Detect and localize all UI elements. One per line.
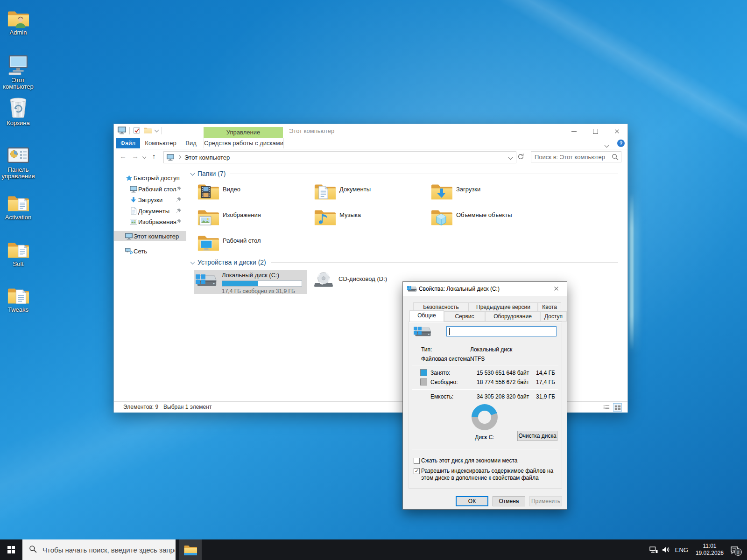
index-checkbox[interactable]: ✓ xyxy=(414,468,420,474)
folder-with-document-icon xyxy=(0,237,36,259)
taskbar-search-input[interactable] xyxy=(42,546,176,554)
customize-qat-dropdown-icon[interactable] xyxy=(155,127,159,132)
back-button[interactable]: ← xyxy=(120,152,127,160)
sidebar-item-label: Этот компьютер xyxy=(134,233,179,240)
tab-drive-tools[interactable]: Средства работы с дисками xyxy=(204,138,284,148)
tab-general[interactable]: Общие xyxy=(409,310,444,322)
desktop-icon-admin[interactable]: Admin xyxy=(0,6,36,36)
group-header-devices[interactable]: Устройства и диски (2) xyxy=(191,259,618,266)
folder-tile-pictures[interactable]: Изображения xyxy=(194,208,306,232)
chevron-down-icon xyxy=(605,143,609,148)
desktop-icon-soft[interactable]: Soft xyxy=(0,237,36,267)
drive-usage-fill xyxy=(222,281,258,286)
tab-computer[interactable]: Компьютер xyxy=(143,138,178,148)
desktop-icon-control-panel[interactable]: Панель управления xyxy=(0,143,36,180)
maximize-button[interactable] xyxy=(585,124,606,138)
sidebar-item-label: Документы xyxy=(138,208,169,215)
ok-button[interactable]: ОК xyxy=(456,496,488,506)
dialog-close-button[interactable] xyxy=(550,285,563,293)
refresh-button[interactable] xyxy=(517,153,524,161)
sidebar-item-label: Изображения xyxy=(138,218,176,225)
group-header-folders[interactable]: Папки (7) xyxy=(191,170,618,177)
tab-sharing[interactable]: Доступ xyxy=(540,311,567,322)
tab-view[interactable]: Вид xyxy=(180,138,202,148)
sidebar-item-pictures[interactable]: Изображения xyxy=(114,217,186,227)
breadcrumb-location[interactable]: Этот компьютер xyxy=(184,154,230,161)
folder-tile-music[interactable]: Музыка xyxy=(310,208,423,232)
sidebar-item-desktop[interactable]: Рабочий стол xyxy=(114,184,186,194)
cancel-button[interactable]: Отмена xyxy=(493,496,525,506)
folder-tile-desktop[interactable]: Рабочий стол xyxy=(194,233,306,258)
desktop-icon-tweaks[interactable]: Tweaks xyxy=(0,283,36,313)
explorer-title-bar: Управление Этот компьютер xyxy=(114,124,627,138)
recent-locations-dropdown-icon[interactable] xyxy=(142,155,146,159)
properties-check-icon[interactable] xyxy=(133,127,141,134)
help-button[interactable]: ? xyxy=(617,140,625,147)
close-button[interactable] xyxy=(606,124,627,138)
ribbon-collapse-button[interactable] xyxy=(605,141,608,148)
search-input[interactable] xyxy=(531,152,621,162)
up-button[interactable]: ↑ xyxy=(152,152,156,160)
sidebar-item-this-pc[interactable]: Этот компьютер xyxy=(114,231,186,241)
free-bytes: 18 774 556 672 байт xyxy=(477,379,529,385)
taskbar-file-explorer-button[interactable] xyxy=(179,539,202,560)
tab-file[interactable]: Файл xyxy=(116,138,140,148)
index-checkbox-label[interactable]: Разрешить индексировать содержимое файло… xyxy=(421,468,557,482)
sidebar-item-network[interactable]: Сеть xyxy=(114,246,186,256)
taskbar-clock[interactable]: 11:01 19.02.2026 xyxy=(696,543,724,557)
sidebar-item-downloads[interactable]: Загрузки xyxy=(114,195,186,205)
type-label: Тип: xyxy=(421,346,432,353)
sidebar-item-label: Загрузки xyxy=(138,196,162,203)
language-indicator[interactable]: ENG xyxy=(675,546,688,553)
thumbnails-view-button[interactable] xyxy=(613,403,622,412)
tab-quota[interactable]: Квота xyxy=(538,302,561,311)
computer-icon xyxy=(124,233,134,240)
desktop-icon-this-pc[interactable]: Этот компьютер xyxy=(0,53,36,90)
tab-hardware[interactable]: Оборудование xyxy=(485,311,540,322)
forward-button[interactable]: → xyxy=(132,152,139,160)
sidebar-item-quick-access[interactable]: Быстрый доступ xyxy=(114,173,186,183)
folder-with-document-icon xyxy=(0,283,36,305)
folder-tile-documents[interactable]: Документы xyxy=(310,182,423,206)
folder-name: Загрузки xyxy=(456,186,480,193)
folder-tile-downloads[interactable]: Загрузки xyxy=(427,182,539,206)
document-icon xyxy=(129,207,138,215)
notification-badge: 2 xyxy=(734,548,742,556)
desktop-icon-recycle-bin[interactable]: Корзина xyxy=(0,96,36,126)
address-dropdown-icon[interactable] xyxy=(508,155,513,160)
search-icon xyxy=(29,545,37,554)
breadcrumb[interactable]: Этот компьютер xyxy=(163,151,516,163)
tab-previous-versions[interactable]: Предыдущие версии xyxy=(469,302,538,311)
maximize-icon xyxy=(593,129,598,134)
volume-label-input[interactable] xyxy=(447,327,560,336)
details-view-button[interactable] xyxy=(602,403,610,411)
used-label: Занято: xyxy=(430,370,450,376)
capacity-label: Емкость: xyxy=(430,393,453,400)
type-value: Локальный диск xyxy=(470,346,512,353)
free-label: Свободно: xyxy=(430,379,458,385)
toolbar-divider xyxy=(162,127,162,134)
sidebar-item-documents[interactable]: Документы xyxy=(114,206,186,216)
start-button[interactable] xyxy=(0,539,22,560)
group-divider xyxy=(271,262,618,263)
network-tray-icon[interactable] xyxy=(649,546,658,553)
folder-tile-3d-objects[interactable]: Объемные объекты xyxy=(427,208,539,232)
volume-label-field[interactable] xyxy=(446,326,557,336)
volume-tray-icon[interactable] xyxy=(662,546,670,553)
compress-checkbox-label[interactable]: Сжать этот диск для экономии места xyxy=(421,457,557,464)
tab-tools[interactable]: Сервис xyxy=(444,311,485,322)
search-icon[interactable] xyxy=(612,154,619,162)
folder-with-document-icon xyxy=(0,190,36,213)
desktop-icon-activation[interactable]: Activation xyxy=(0,190,36,221)
ribbon-context-header[interactable]: Управление xyxy=(204,127,283,138)
minimize-button[interactable] xyxy=(563,124,585,138)
new-folder-icon[interactable] xyxy=(144,127,152,134)
action-center-button[interactable]: 2 xyxy=(730,546,739,554)
folder-tile-video[interactable]: Видео xyxy=(194,182,306,206)
desktop-icon-label: Tweaks xyxy=(0,307,36,313)
compress-checkbox[interactable] xyxy=(414,458,420,464)
cd-drive-icon xyxy=(313,272,334,288)
apply-button[interactable]: Применить xyxy=(529,496,562,506)
disk-cleanup-button[interactable]: Очистка диска xyxy=(517,431,557,441)
drive-tile-c[interactable]: Локальный диск (C:) 17,4 ГБ свободно из … xyxy=(194,270,307,294)
